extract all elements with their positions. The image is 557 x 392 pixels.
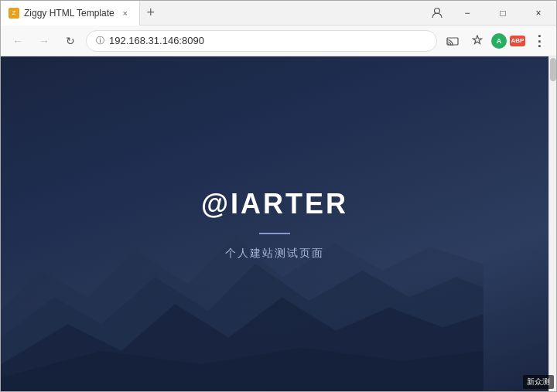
maximize-button[interactable]: □ bbox=[485, 1, 521, 26]
info-icon: ⓘ bbox=[96, 35, 104, 46]
site-title: @IARTER bbox=[201, 188, 348, 220]
cast-button[interactable] bbox=[442, 30, 463, 52]
profile-icon bbox=[431, 7, 443, 19]
bookmark-button[interactable] bbox=[466, 30, 488, 52]
svg-marker-2 bbox=[1, 237, 484, 391]
browser-tab[interactable]: Z Ziggy HTML Template × bbox=[1, 1, 140, 26]
svg-marker-4 bbox=[1, 298, 484, 391]
forward-button[interactable]: → bbox=[33, 30, 55, 52]
adblock-badge: ABP bbox=[510, 36, 525, 46]
site-divider bbox=[259, 233, 290, 234]
webpage-content: @IARTER 个人建站测试页面 bbox=[1, 56, 548, 391]
toolbar-actions: A ABP ⋮ bbox=[442, 30, 550, 52]
tab-favicon: Z bbox=[9, 8, 19, 19]
tab-strip: Z Ziggy HTML Template × + bbox=[1, 1, 425, 26]
content-area: @IARTER 个人建站测试页面 bbox=[1, 56, 556, 391]
tab-title: Ziggy HTML Template bbox=[24, 8, 114, 19]
address-bar[interactable]: ⓘ 192.168.31.146:8090 bbox=[86, 30, 437, 52]
tab-close-button[interactable]: × bbox=[119, 7, 132, 19]
svg-marker-5 bbox=[1, 348, 484, 391]
mountain-svg bbox=[1, 190, 484, 391]
refresh-button[interactable]: ↻ bbox=[60, 30, 81, 52]
menu-button[interactable]: ⋮ bbox=[528, 30, 550, 52]
site-subtitle: 个人建站测试页面 bbox=[225, 247, 324, 261]
adblock-icon: A bbox=[491, 33, 507, 49]
site-background: @IARTER 个人建站测试页面 bbox=[1, 56, 548, 391]
watermark: 新众测 bbox=[523, 375, 554, 389]
title-bar: Z Ziggy HTML Template × + − □ × bbox=[1, 1, 556, 26]
address-bar-row: ← → ↻ ⓘ 192.168.31.146:8090 A A bbox=[1, 26, 556, 56]
minimize-button[interactable]: − bbox=[449, 1, 485, 26]
browser-window: Z Ziggy HTML Template × + − □ × ← → ↻ ⓘ bbox=[0, 0, 557, 392]
url-display: 192.168.31.146:8090 bbox=[109, 35, 427, 46]
star-icon bbox=[472, 35, 483, 47]
scrollbar-track[interactable] bbox=[548, 56, 556, 391]
new-tab-button[interactable]: + bbox=[140, 2, 162, 24]
favicon-text: Z bbox=[12, 9, 16, 16]
close-button[interactable]: × bbox=[521, 1, 556, 26]
adblock-text: ABP bbox=[511, 37, 525, 44]
back-button[interactable]: ← bbox=[7, 30, 29, 52]
adblock-label: A bbox=[497, 37, 502, 45]
profile-button[interactable] bbox=[425, 1, 449, 26]
scrollbar-thumb[interactable] bbox=[550, 58, 556, 81]
cast-icon bbox=[446, 36, 459, 46]
svg-marker-3 bbox=[1, 264, 484, 391]
